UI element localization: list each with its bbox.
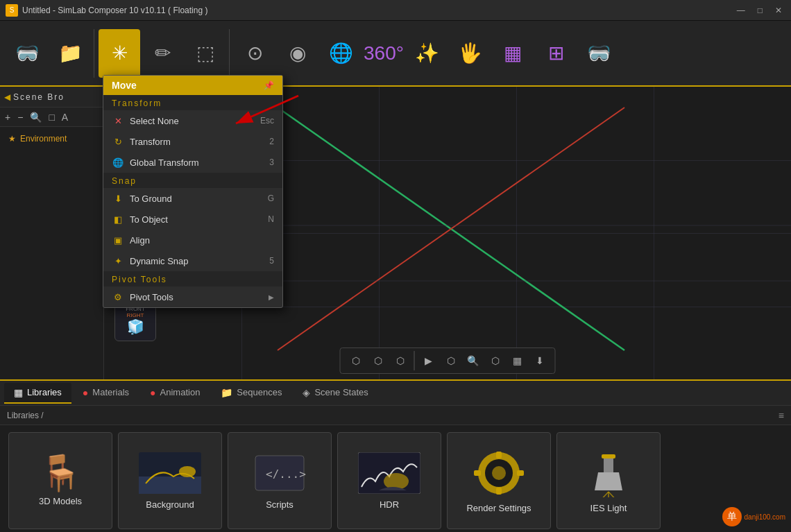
- sculpt-icon: 🖐: [458, 44, 482, 63]
- toolbar-magic-btn[interactable]: ✨: [406, 29, 448, 78]
- context-menu-header: Move 📌: [103, 76, 282, 95]
- grid-v-2: [379, 87, 380, 379]
- sidebar-more-btn[interactable]: A: [60, 110, 70, 124]
- tab-animation[interactable]: ● Animation: [140, 383, 210, 404]
- svg-rect-7: [139, 477, 201, 494]
- context-menu-pivot-section: Pivot Tools: [103, 271, 282, 286]
- toolbar-sphere-btn[interactable]: ⊙: [234, 29, 275, 78]
- svg-rect-17: [496, 488, 502, 495]
- camera-icon: ◉: [289, 44, 306, 63]
- context-menu: Move 📌 Transform ✕ Select None Esc ↻ Tra…: [103, 75, 283, 308]
- svg-point-8: [179, 466, 196, 477]
- bottom-tabs: ▦ Libraries ● Materials ● Animation 📁 Se…: [0, 381, 791, 406]
- vp-layers-btn[interactable]: ⬡: [486, 351, 505, 370]
- toolbar-sculpt-btn[interactable]: 🖐: [449, 29, 491, 78]
- vp-object-btn[interactable]: ⬡: [391, 351, 410, 370]
- vp-grid-btn[interactable]: ▦: [508, 351, 527, 370]
- sidebar-title: Scene Bro: [13, 92, 65, 102]
- select-icon: ⬚: [196, 44, 214, 63]
- select-none-shortcut: Esc: [260, 116, 274, 126]
- minimize-button[interactable]: —: [733, 4, 749, 17]
- sidebar-group-btn[interactable]: □: [46, 110, 56, 124]
- maximize-button[interactable]: □: [754, 4, 766, 17]
- toolbar-camera-btn[interactable]: ◉: [277, 29, 318, 78]
- 360-icon: 360°: [364, 44, 404, 63]
- select-none-label: Select None: [130, 116, 179, 126]
- transform-shortcut: 2: [269, 137, 274, 146]
- context-menu-to-ground[interactable]: ⬇ To Ground G: [103, 188, 282, 209]
- sidebar-item-environment[interactable]: ★ Environment: [4, 131, 99, 146]
- toolbar-grid-btn[interactable]: ⊞: [535, 29, 577, 78]
- library-card-render-settings[interactable]: Render Settings: [447, 432, 551, 529]
- context-menu-pivot-tools[interactable]: ⚙ Pivot Tools ▶: [103, 286, 282, 307]
- vp-select2-btn[interactable]: ⬡: [368, 351, 388, 370]
- title-bar: S Untitled - SimLab Composer 10 v10.11 (…: [0, 0, 791, 21]
- transform-menu-icon: ↻: [112, 135, 124, 148]
- scripts-thumbnail: </...>: [252, 452, 307, 494]
- title-text: Untitled - SimLab Composer 10 v10.11 ( F…: [22, 6, 207, 15]
- toolbar-layout-btn[interactable]: ▦: [492, 29, 534, 78]
- context-menu-global-transform[interactable]: 🌐 Global Transform 3: [103, 152, 282, 173]
- toolbar-group-transform: ✳ ✏ ⬚: [96, 29, 230, 78]
- sphere-icon: ⊙: [247, 44, 263, 63]
- tab-scene-states[interactable]: ◈ Scene States: [293, 383, 377, 404]
- close-button[interactable]: ✕: [772, 4, 785, 17]
- context-menu-transform[interactable]: ↻ Transform 2: [103, 131, 282, 152]
- sequences-tab-icon: 📁: [221, 387, 232, 398]
- tab-libraries[interactable]: ▦ Libraries: [4, 383, 71, 404]
- vp-cursor-btn[interactable]: ▶: [419, 351, 439, 370]
- toolbar-open-btn[interactable]: 📁: [49, 29, 91, 78]
- svg-rect-21: [604, 458, 613, 472]
- tab-materials[interactable]: ● Materials: [73, 383, 139, 404]
- vp-select-box-btn[interactable]: ⬡: [346, 351, 366, 370]
- libraries-tab-icon: ▦: [14, 387, 23, 398]
- svg-text:</...>: </...>: [266, 467, 306, 481]
- toolbar-vr-btn[interactable]: 🥽: [6, 29, 48, 78]
- vp-lasso-btn[interactable]: ⬡: [441, 351, 461, 370]
- toolbar-vr2-btn[interactable]: 🥽: [578, 29, 620, 78]
- background-thumbnail: [139, 452, 201, 494]
- dynamic-snap-label: Dynamic Snap: [130, 256, 189, 266]
- to-object-shortcut: N: [268, 214, 274, 224]
- context-menu-align[interactable]: ▣ Align: [103, 230, 282, 250]
- context-menu-pin[interactable]: 📌: [264, 80, 274, 90]
- transform-icon: ✳: [112, 44, 128, 63]
- vr-icon: 🥽: [15, 44, 40, 63]
- sidebar-remove-btn[interactable]: −: [15, 110, 25, 124]
- pivot-tools-icon: ⚙: [112, 291, 124, 303]
- window-controls: — □ ✕: [733, 4, 785, 17]
- library-card-hdr[interactable]: HDR: [337, 432, 441, 529]
- library-card-scripts[interactable]: </...> Scripts: [228, 432, 332, 529]
- 3d-models-label: 3D Models: [39, 496, 82, 506]
- context-menu-dynamic-snap[interactable]: ✦ Dynamic Snap 5: [103, 250, 282, 271]
- toolbar-360-btn[interactable]: 360°: [363, 29, 405, 78]
- sidebar-content: ★ Environment: [0, 127, 103, 151]
- pivot-tools-label: Pivot Tools: [130, 292, 173, 302]
- toolbar-edit-btn[interactable]: ✏: [142, 29, 183, 78]
- breadcrumb-options-btn[interactable]: ≡: [779, 410, 784, 421]
- environment-icon: ★: [8, 134, 16, 144]
- to-ground-icon: ⬇: [112, 192, 124, 205]
- magic-icon: ✨: [415, 44, 439, 63]
- sidebar: ◀ Scene Bro + − 🔍 □ A ★ Environment: [0, 87, 104, 379]
- toolbar-globe-btn[interactable]: 🌐: [320, 29, 362, 78]
- scene-states-tab-icon: ◈: [303, 387, 310, 398]
- sidebar-add-btn[interactable]: +: [3, 110, 12, 124]
- svg-marker-22: [595, 472, 622, 490]
- toolbar-select-btn[interactable]: ⬚: [185, 29, 226, 78]
- select-none-icon: ✕: [112, 114, 124, 127]
- scene-states-tab-label: Scene States: [314, 387, 368, 397]
- toolbar-transform-btn[interactable]: ✳: [99, 29, 140, 78]
- sidebar-search-btn[interactable]: 🔍: [28, 110, 44, 124]
- library-card-3d-models[interactable]: 🪑 3D Models: [8, 432, 112, 529]
- library-card-background[interactable]: Background: [118, 432, 222, 529]
- context-menu-to-object[interactable]: ◧ To Object N: [103, 209, 282, 230]
- tab-sequences[interactable]: 📁 Sequences: [211, 383, 291, 404]
- sidebar-collapse-arrow[interactable]: ◀: [4, 92, 10, 102]
- library-grid: 🪑 3D Models Background </...> Scripts: [0, 425, 791, 532]
- library-breadcrumb: Libraries / ≡: [0, 406, 791, 425]
- vp-zoom-btn[interactable]: 🔍: [463, 351, 483, 370]
- library-card-ies-light[interactable]: IES Light: [556, 432, 661, 529]
- context-menu-select-none[interactable]: ✕ Select None Esc: [103, 110, 282, 131]
- vp-snap-btn[interactable]: ⬇: [530, 351, 550, 370]
